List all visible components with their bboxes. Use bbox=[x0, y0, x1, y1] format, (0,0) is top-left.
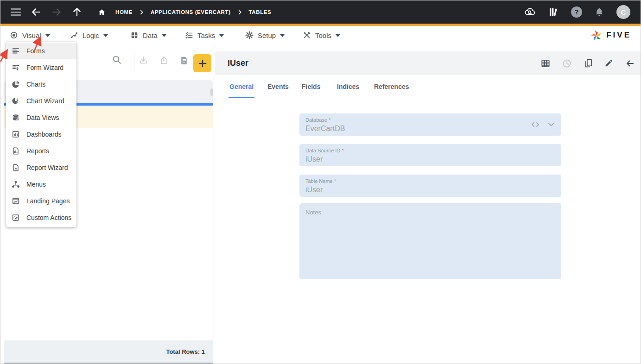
menu-item-dashboards[interactable]: Dashboards bbox=[6, 126, 76, 143]
search-icon[interactable] bbox=[112, 55, 122, 65]
menu-tools[interactable]: Tools bbox=[303, 26, 340, 44]
tab-fields[interactable]: Fields bbox=[302, 75, 320, 98]
detail-tabs: General Events Fields Indices References bbox=[215, 75, 641, 98]
forward-arrow-icon[interactable] bbox=[51, 7, 62, 17]
five-logo-icon bbox=[590, 29, 603, 42]
collapse-back-icon[interactable] bbox=[624, 51, 635, 75]
brand-text: FIVE bbox=[606, 31, 631, 40]
home-icon bbox=[98, 8, 106, 16]
five-brand: FIVE bbox=[590, 26, 631, 44]
breadcrumb-home[interactable]: HOME bbox=[115, 9, 133, 15]
menu-item-label: Form Wizard bbox=[26, 64, 63, 71]
field-value: EverCartDB bbox=[305, 125, 345, 133]
menu-item-label: Landing Pages bbox=[26, 197, 70, 205]
menu-item-label: Menus bbox=[26, 181, 46, 188]
breadcrumb-tables[interactable]: TABLES bbox=[249, 9, 272, 15]
field-value: iUser bbox=[305, 155, 323, 163]
logic-icon bbox=[70, 31, 78, 40]
record-detail-panel: iUser General Events Fields Indices Refe… bbox=[215, 44, 641, 364]
menu-item-charts[interactable]: Charts bbox=[6, 76, 76, 93]
record-title: iUser bbox=[228, 58, 248, 68]
menu-label: Tasks bbox=[197, 31, 215, 39]
tab-references[interactable]: References bbox=[374, 75, 409, 98]
visual-icon bbox=[10, 31, 18, 40]
breadcrumb-applications[interactable]: APPLICATIONS (EVERCART) bbox=[151, 9, 231, 15]
field-label: Database * bbox=[305, 117, 330, 123]
menu-item-landing-pages[interactable]: Landing Pages bbox=[6, 193, 76, 209]
data-icon bbox=[130, 31, 139, 40]
total-rows-label: Total Rows: 1 bbox=[166, 348, 205, 355]
tab-indices[interactable]: Indices bbox=[337, 75, 359, 98]
menu-item-label: Custom Actions bbox=[26, 214, 71, 221]
help-icon[interactable]: ? bbox=[571, 6, 582, 18]
landing-pages-icon bbox=[12, 197, 20, 205]
menu-setup[interactable]: Setup bbox=[245, 26, 285, 44]
data-source-id-field[interactable]: Data Source ID * iUser bbox=[299, 144, 561, 166]
menu-item-label: Forms bbox=[26, 47, 45, 55]
field-value: iUser bbox=[305, 186, 323, 194]
caret-down-icon bbox=[219, 34, 224, 37]
back-arrow-icon[interactable] bbox=[31, 7, 41, 17]
table-grid-icon[interactable] bbox=[540, 51, 551, 75]
notes-field[interactable]: Notes bbox=[299, 203, 561, 279]
menu-item-reports[interactable]: Reports bbox=[6, 143, 76, 159]
menu-item-custom-actions[interactable]: Custom Actions bbox=[6, 209, 76, 226]
menu-item-forms[interactable]: Forms bbox=[6, 43, 76, 59]
menu-label: Logic bbox=[83, 31, 99, 39]
avatar[interactable]: C bbox=[616, 5, 630, 19]
field-label: Data Source ID * bbox=[305, 148, 344, 153]
tasks-icon bbox=[185, 31, 193, 40]
library-icon[interactable] bbox=[548, 6, 559, 18]
table-name-field[interactable]: Table Name * iUser bbox=[299, 175, 561, 197]
chevron-right-icon bbox=[139, 10, 144, 15]
menu-item-data-views[interactable]: Data Views bbox=[6, 109, 76, 126]
tab-general[interactable]: General bbox=[229, 75, 254, 98]
notifications-icon[interactable] bbox=[594, 7, 604, 17]
up-arrow-icon[interactable] bbox=[72, 7, 82, 17]
setup-gear-icon bbox=[245, 31, 254, 40]
menu-item-label: Chart Wizard bbox=[26, 97, 64, 105]
list-footer: Total Rows: 1 bbox=[4, 340, 213, 363]
app-window: HOME APPLICATIONS (EVERCART) TABLES ? C bbox=[0, 0, 641, 364]
form-wizard-icon bbox=[12, 63, 20, 72]
menu-bar: Visual Logic Data Tasks bbox=[0, 26, 641, 44]
dashboards-icon bbox=[12, 130, 20, 138]
tools-icon bbox=[303, 31, 311, 40]
code-lookup-icon[interactable] bbox=[531, 120, 540, 129]
reports-icon bbox=[12, 147, 20, 155]
caret-down-icon bbox=[336, 34, 340, 37]
copy-icon[interactable] bbox=[583, 51, 594, 75]
chart-wizard-icon bbox=[12, 97, 20, 105]
menu-item-report-wizard[interactable]: Report Wizard bbox=[6, 159, 76, 176]
forms-icon bbox=[12, 47, 20, 55]
menu-data[interactable]: Data bbox=[130, 26, 166, 44]
database-field[interactable]: Database * EverCartDB bbox=[299, 113, 561, 136]
add-record-button[interactable] bbox=[193, 54, 211, 72]
menu-label: Visual bbox=[22, 31, 41, 39]
menu-item-label: Report Wizard bbox=[26, 164, 68, 171]
import-icon[interactable] bbox=[139, 56, 148, 65]
export-icon[interactable] bbox=[159, 56, 169, 65]
field-label: Notes bbox=[305, 209, 321, 216]
menu-tasks[interactable]: Tasks bbox=[185, 26, 224, 44]
history-icon[interactable] bbox=[561, 51, 572, 75]
menu-label: Tools bbox=[315, 31, 331, 39]
menu-icon[interactable] bbox=[11, 8, 21, 16]
chevron-down-icon[interactable] bbox=[546, 120, 556, 129]
menu-label: Data bbox=[143, 31, 158, 39]
menu-item-chart-wizard[interactable]: Chart Wizard bbox=[6, 93, 76, 109]
cloud-search-icon[interactable] bbox=[524, 6, 536, 18]
menu-item-label: Data Views bbox=[26, 114, 59, 121]
tab-events[interactable]: Events bbox=[267, 75, 289, 98]
top-bar: HOME APPLICATIONS (EVERCART) TABLES ? C bbox=[0, 0, 641, 24]
menu-item-menus[interactable]: Menus bbox=[6, 176, 76, 193]
document-icon[interactable] bbox=[179, 56, 189, 65]
vertical-scrollbar[interactable] bbox=[210, 88, 213, 96]
data-views-icon bbox=[12, 113, 20, 122]
caret-down-icon bbox=[45, 34, 50, 37]
menu-item-form-wizard[interactable]: Form Wizard bbox=[6, 59, 76, 76]
edit-icon[interactable] bbox=[603, 51, 614, 75]
menu-item-label: Charts bbox=[26, 81, 45, 88]
active-tab-indicator bbox=[228, 97, 254, 98]
detail-header: iUser bbox=[215, 51, 641, 75]
